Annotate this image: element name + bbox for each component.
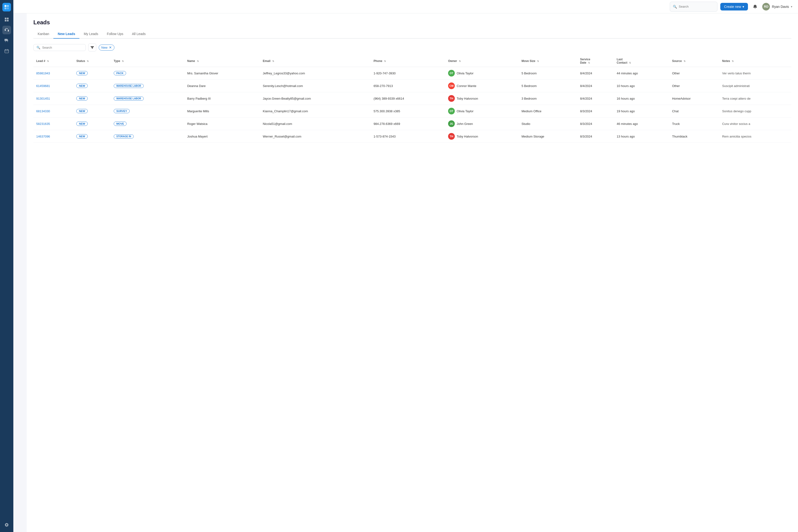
cell-status-0: NEW: [73, 67, 111, 80]
sort-lead-num-icon: ⇅: [47, 60, 49, 62]
col-move-size[interactable]: Move Size ⇅: [519, 55, 577, 67]
sidebar-logo[interactable]: [2, 3, 11, 12]
lead-link-3[interactable]: 68134330: [36, 109, 50, 113]
tab-all-leads[interactable]: All Leads: [128, 30, 150, 39]
col-notes[interactable]: Notes ⇅: [719, 55, 791, 67]
cell-phone-3: 575.300.3938 x385: [370, 105, 445, 117]
svg-rect-3: [7, 7, 9, 9]
lead-link-5[interactable]: 14637096: [36, 135, 50, 138]
cell-email-3: Kianna_Champlin17@gmail.com: [260, 105, 371, 117]
type-badge-0: PACK: [114, 71, 126, 75]
cell-source-1: Other: [669, 80, 719, 92]
svg-rect-5: [7, 18, 8, 19]
table-row: 61459681 NEW WAREHOUSE LABOR Deanna Dare…: [33, 80, 791, 92]
owner-avatar-0: OT: [448, 70, 455, 77]
cell-type-5: STORAGE IN: [111, 130, 185, 143]
owner-avatar-4: JG: [448, 120, 455, 127]
tab-follow-ups[interactable]: Follow Ups: [102, 30, 128, 39]
leads-table-wrapper: Lead # ⇅ Status ⇅ Type ⇅ Name ⇅: [33, 55, 791, 143]
sort-status-icon: ⇅: [87, 60, 89, 62]
sort-type-icon: ⇅: [122, 60, 124, 62]
lead-link-4[interactable]: 58231635: [36, 122, 50, 126]
cell-last-contact-1: 10 hours ago: [614, 80, 669, 92]
owner-name-5: Toby Halvorson: [457, 135, 478, 138]
col-phone[interactable]: Phone ⇅: [370, 55, 445, 67]
cell-owner-2: TH Toby Halvorson: [445, 92, 519, 105]
sidebar-icon-calendar[interactable]: [2, 47, 11, 55]
cell-phone-2: (964) 389-9339 x6614: [370, 92, 445, 105]
lead-link-1[interactable]: 61459681: [36, 84, 50, 88]
cell-notes-1: Suscipit administrati: [719, 80, 791, 92]
tab-kanban[interactable]: Kanban: [33, 30, 53, 39]
cell-last-contact-2: 16 hours ago: [614, 92, 669, 105]
filter-options-button[interactable]: [88, 43, 96, 52]
cell-lead-num-2: 91301451: [33, 92, 73, 105]
create-new-button[interactable]: Create new ▾: [720, 3, 748, 11]
col-lead-num[interactable]: Lead # ⇅: [33, 55, 73, 67]
main-content: Leads Kanban New Leads My Leads Follow U…: [27, 13, 798, 532]
lead-link-2[interactable]: 91301451: [36, 97, 50, 100]
filter-row: 🔍 New ✕: [33, 43, 791, 52]
col-service-date[interactable]: Service Date ⇅: [577, 55, 614, 67]
filter-tag-label: New: [101, 46, 108, 49]
sidebar-icon-gear[interactable]: [2, 520, 11, 529]
svg-rect-8: [5, 50, 8, 53]
status-badge-2: NEW: [76, 96, 88, 100]
cell-owner-5: TH Toby Halvorson: [445, 130, 519, 143]
col-owner[interactable]: Owner ⇅: [445, 55, 519, 67]
lead-link-0[interactable]: 85981943: [36, 72, 50, 75]
cell-name-4: Roger Watsica: [184, 117, 260, 130]
sidebar-icon-headset[interactable]: [2, 26, 11, 34]
filter-tag-new[interactable]: New ✕: [99, 44, 114, 51]
cell-type-1: WAREHOUSE LABOR: [111, 80, 185, 92]
cell-name-3: Marguerite Mills: [184, 105, 260, 117]
owner-name-1: Connor Mante: [457, 84, 476, 88]
cell-service-date-5: 8/3/2024: [577, 130, 614, 143]
cell-last-contact-0: 44 minutes ago: [614, 67, 669, 80]
cell-move-size-5: Medium Storage: [519, 130, 577, 143]
tab-new-leads[interactable]: New Leads: [53, 30, 79, 39]
status-badge-1: NEW: [76, 84, 88, 88]
sort-notes-icon: ⇅: [732, 60, 734, 62]
user-menu-chevron: ▾: [791, 5, 792, 8]
global-search-box[interactable]: 🔍 Ctrl + K: [670, 2, 718, 12]
col-source[interactable]: Source ⇅: [669, 55, 719, 67]
cell-email-5: Werner_Russel@gmail.com: [260, 130, 371, 143]
cell-owner-0: OT Olivia Taylor: [445, 67, 519, 80]
sort-email-icon: ⇅: [272, 60, 274, 62]
filter-search-box[interactable]: 🔍: [33, 44, 86, 51]
filter-search-input[interactable]: [42, 46, 83, 49]
filter-tag-close[interactable]: ✕: [109, 46, 112, 49]
cell-service-date-1: 8/4/2024: [577, 80, 614, 92]
cell-phone-4: 984.278.6369 x669: [370, 117, 445, 130]
cell-status-3: NEW: [73, 105, 111, 117]
col-type[interactable]: Type ⇅: [111, 55, 185, 67]
sort-owner-icon: ⇅: [459, 60, 461, 62]
cell-email-2: Jayce.Green-Beatty85@gmail.com: [260, 92, 371, 105]
cell-move-size-1: 5 Bedroom: [519, 80, 577, 92]
col-last-contact[interactable]: Last Contact ⇅: [614, 55, 669, 67]
cell-last-contact-5: 13 hours ago: [614, 130, 669, 143]
col-name[interactable]: Name ⇅: [184, 55, 260, 67]
cell-source-4: Truck: [669, 117, 719, 130]
user-name: Ryan Davis: [772, 5, 789, 8]
cell-type-0: PACK: [111, 67, 185, 80]
cell-owner-3: OT Olivia Taylor: [445, 105, 519, 117]
notifications-bell[interactable]: [751, 2, 759, 11]
filter-search-icon: 🔍: [36, 46, 40, 49]
global-search-input[interactable]: [679, 5, 719, 8]
col-email[interactable]: Email ⇅: [260, 55, 371, 67]
sidebar-icon-grid[interactable]: [2, 15, 11, 24]
status-badge-0: NEW: [76, 71, 88, 75]
col-status[interactable]: Status ⇅: [73, 55, 111, 67]
sort-move-size-icon: ⇅: [537, 60, 539, 62]
svg-rect-6: [5, 20, 6, 21]
search-icon: 🔍: [673, 5, 677, 8]
cell-lead-num-0: 85981943: [33, 67, 73, 80]
tab-my-leads[interactable]: My Leads: [79, 30, 102, 39]
user-menu[interactable]: RD Ryan Davis ▾: [762, 3, 792, 11]
cell-notes-4: Cura vinitor socius a: [719, 117, 791, 130]
table-header: Lead # ⇅ Status ⇅ Type ⇅ Name ⇅: [33, 55, 791, 67]
tabs-bar: Kanban New Leads My Leads Follow Ups All…: [33, 30, 791, 39]
sidebar-icon-truck[interactable]: [2, 36, 11, 45]
